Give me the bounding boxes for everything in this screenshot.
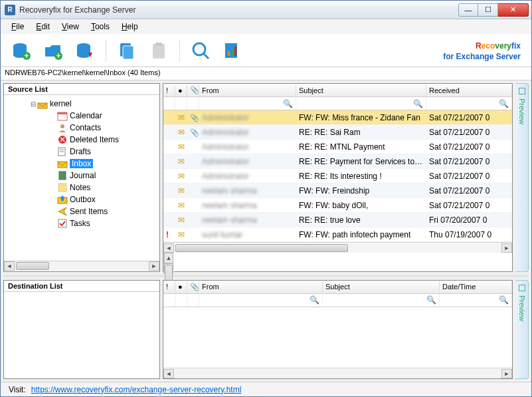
copy-button[interactable] [116,39,138,62]
col-subject[interactable]: Subject [323,281,440,292]
open-folder-button[interactable]: + [42,39,64,62]
scroll-thumb[interactable] [16,262,49,270]
message-subject: RE: RE: MTNL Payment [296,141,426,153]
tree-item-calendar[interactable]: Calendar [48,110,158,122]
col-datetime[interactable]: Date/Time [440,281,512,292]
tree-item-contacts[interactable]: Contacts [48,122,158,134]
tree-item-drafts[interactable]: Drafts [48,146,158,158]
col-importance[interactable]: ! [163,85,175,96]
filter-row: 🔍 🔍 🔍 [163,97,512,110]
message-row[interactable]: ✉neelam sharmaRE: RE: true loveFri 07/20… [163,213,512,227]
folder-icon [57,218,68,229]
visit-link[interactable]: https://www.recoveryfix.com/exchange-ser… [31,385,242,394]
horizontal-splitter[interactable] [3,275,529,277]
maximize-button[interactable]: ☐ [478,3,498,17]
filter-subject-icon[interactable]: 🔍 [426,295,436,305]
minimize-button[interactable]: — [458,3,478,17]
filter-from-icon[interactable]: 🔍 [283,99,293,108]
scroll-left-button[interactable]: ◄ [4,261,15,271]
col-read[interactable]: ● [175,85,187,96]
tree-item-sent-items[interactable]: Sent Items [48,205,158,217]
col-subject[interactable]: Subject [296,85,426,96]
scroll-left-button[interactable]: ◄ [163,243,174,253]
tree-item-outbox[interactable]: Outbox [48,194,158,205]
message-scrollbar-h[interactable]: ◄ ► [163,242,512,253]
message-subject: RE: RE: Sai Ram [296,126,426,138]
col-attachment[interactable]: 📎 [187,84,199,96]
scroll-thumb[interactable] [175,244,348,252]
message-from: Administrator [202,172,249,181]
pathbar: NDRWEB76-PC2\kernel\kernel\Inbox (40 Ite… [1,67,531,80]
open-db-button[interactable]: + [10,39,33,62]
scroll-up-button[interactable]: ▲ [164,253,173,263]
menu-tools[interactable]: Tools [86,21,115,33]
tree-root-kernel[interactable]: ⊟ kernel [28,98,158,110]
scroll-right-button[interactable]: ► [149,261,159,271]
scroll-right-button[interactable]: ► [501,243,512,253]
dest-grid-body[interactable] [163,307,512,368]
folder-tree[interactable]: ⊟ kernel CalendarContacts✕Deleted ItemsD… [4,95,159,261]
col-attachment[interactable]: 📎 [187,281,199,293]
col-from[interactable]: From [199,281,323,292]
scroll-right-button[interactable]: ► [501,369,512,378]
svg-rect-22 [58,112,67,114]
destination-list-panel: Destination List [3,280,160,379]
tree-item-deleted-items[interactable]: ✕Deleted Items [48,134,158,146]
message-received: Sat 07/21/2007 0 [426,170,512,182]
menu-edit[interactable]: Edit [31,21,55,33]
folder-icon [57,158,68,169]
report-button[interactable] [221,39,244,62]
col-from[interactable]: From [199,85,296,96]
col-importance[interactable]: ! [163,281,175,292]
tree-item-inbox[interactable]: Inbox [48,158,158,170]
menu-file[interactable]: File [6,21,29,33]
destination-tree[interactable] [4,292,159,378]
envelope-icon: ✉ [178,142,185,152]
preview-tab-bottom[interactable]: Preview [515,280,529,379]
message-row[interactable]: ✉neelam sharmaFW: FW: FreindshipSat 07/2… [163,184,512,198]
scroll-track[interactable] [174,369,501,378]
col-read[interactable]: ● [175,281,187,292]
menu-help[interactable]: Help [116,21,143,33]
filter-received-icon[interactable]: 🔍 [499,99,509,108]
scroll-track[interactable] [15,261,149,271]
message-row[interactable]: !✉sunil kumarFW: FW: path infotech payme… [163,227,512,242]
collapse-icon[interactable]: ⊟ [29,100,37,108]
dest-scrollbar-h[interactable]: ◄ ► [163,368,512,378]
message-from: Administrator [202,157,249,166]
message-grid-body[interactable]: ✉📎AdministratorFW: FW: Miss france - Zid… [163,110,512,242]
preview-tab-top[interactable]: Preview [515,83,529,272]
scroll-left-button[interactable]: ◄ [163,369,174,378]
folder-icon [57,170,68,181]
tree-item-tasks[interactable]: Tasks [48,217,158,229]
message-row[interactable]: ✉neelam sharmaFW: FW: baby dOll,Sat 07/2… [163,198,512,213]
close-button[interactable]: ✕ [498,3,529,17]
message-row[interactable]: ✉AdministratorRE: RE: MTNL PaymentSat 07… [163,140,512,154]
filter-subject-icon[interactable]: 🔍 [413,99,423,108]
filter-from-icon[interactable]: 🔍 [310,295,319,305]
message-list-panel: ! ● 📎 From Subject Received 🔍 🔍 🔍 ✉📎Admi… [163,83,513,272]
col-received[interactable]: Received [426,85,512,96]
message-row[interactable]: ✉AdministratorRE: RE: Payment for Servic… [163,154,512,169]
save-db-button[interactable] [74,39,96,62]
message-subject: RE: RE: Its interesting ! [296,170,426,182]
message-row[interactable]: ✉📎AdministratorFW: FW: Miss france - Zid… [163,110,512,125]
tree-item-notes[interactable]: Notes [48,182,158,194]
folder-icon [57,122,68,133]
message-row[interactable]: ✉📎AdministratorRE: RE: Sai RamSat 07/21/… [163,125,512,140]
paste-button[interactable] [147,39,170,62]
tree-item-journal[interactable]: Journal [48,170,158,182]
filter-datetime-icon[interactable]: 🔍 [499,295,509,305]
menubar: File Edit View Tools Help [1,19,531,34]
message-received: Fri 07/20/2007 0 [426,214,512,226]
message-scrollbar-v[interactable]: ▲ ▼ [163,253,174,274]
scroll-track[interactable] [174,243,501,253]
preview-icon [519,88,525,94]
importance-icon: ! [166,230,169,239]
source-scrollbar-h[interactable]: ◄ ► [4,261,159,271]
menu-view[interactable]: View [56,21,84,33]
preview-icon [519,285,525,291]
search-button[interactable] [189,39,212,62]
svg-rect-12 [153,44,165,59]
message-row[interactable]: ✉AdministratorRE: RE: Its interesting !S… [163,169,512,184]
